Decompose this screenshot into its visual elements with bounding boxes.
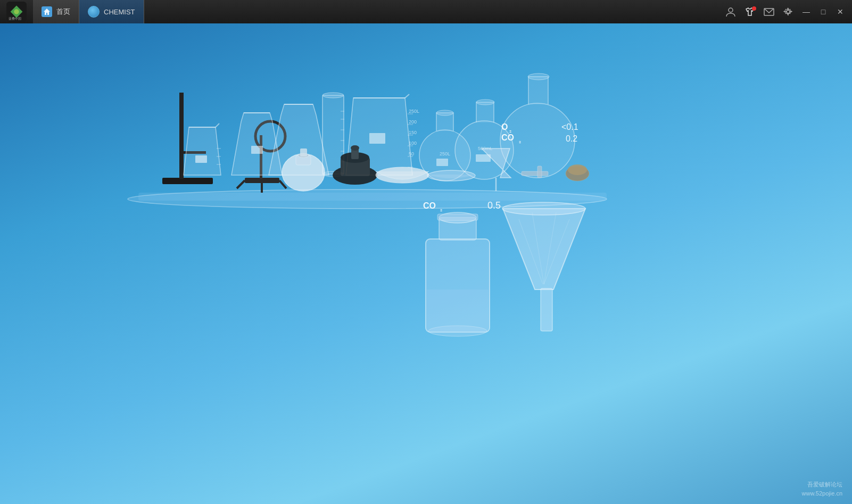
svg-point-6 (729, 8, 733, 12)
value-02-label: 0.2 (566, 134, 577, 143)
restore-button[interactable]: □ (816, 4, 831, 19)
shirt-icon-wrapper (741, 3, 758, 20)
svg-point-30 (322, 93, 344, 98)
main-scene: 250L 200 150 100 50 250L 500mL (0, 23, 852, 504)
home-tab-label: 首页 (56, 7, 70, 16)
o2-label: O (501, 122, 508, 131)
tab-chemist[interactable]: CHEMIST (79, 0, 144, 23)
svg-rect-74 (537, 166, 542, 178)
svg-rect-45 (369, 133, 385, 144)
svg-point-84 (502, 202, 585, 215)
svg-text:200: 200 (409, 119, 417, 125)
svg-point-76 (568, 164, 587, 175)
close-button[interactable]: ✕ (833, 4, 848, 19)
svg-rect-82 (427, 290, 489, 331)
svg-rect-13 (179, 93, 184, 179)
svg-rect-83 (541, 288, 552, 331)
svg-text:250L: 250L (409, 109, 419, 114)
evaporating-dish[interactable] (376, 167, 429, 183)
tab-home[interactable]: 首页 (33, 0, 79, 23)
account-icon[interactable] (722, 3, 739, 20)
co2-shelf-subscript: ₂ (519, 138, 521, 144)
svg-rect-54 (436, 159, 448, 166)
reagent-bottle[interactable] (426, 212, 490, 336)
svg-rect-25 (195, 155, 207, 163)
svg-text:50: 50 (409, 151, 414, 156)
chemist-tab-icon (88, 6, 100, 18)
svg-line-18 (237, 180, 245, 188)
bluestacks-icon: 蓝叠中国 (6, 2, 27, 22)
mail-icon[interactable] (760, 3, 777, 20)
watch-glass[interactable] (427, 170, 475, 181)
co2-below-label: CO (423, 201, 436, 210)
svg-text:100: 100 (409, 141, 417, 146)
svg-rect-11 (138, 193, 607, 201)
svg-point-9 (787, 10, 790, 13)
titlebar-left: 蓝叠中国 首页 CHEMIST (0, 0, 144, 23)
svg-text:150: 150 (409, 130, 417, 135)
svg-point-60 (528, 73, 549, 80)
titlebar-right: — □ ✕ (722, 3, 852, 20)
small-beaker[interactable] (184, 123, 221, 175)
funnel-large[interactable] (502, 202, 585, 331)
value-05-label: 0.5 (487, 200, 501, 211)
svg-rect-27 (251, 146, 263, 154)
svg-marker-5 (44, 9, 50, 15)
titlebar: 蓝叠中国 首页 CHEMIST (0, 0, 852, 23)
home-icon (43, 8, 51, 15)
svg-rect-80 (437, 214, 478, 220)
settings-icon[interactable] (780, 3, 797, 20)
svg-point-56 (476, 100, 494, 105)
svg-point-69 (351, 145, 359, 151)
co2-below-subscript: ₂ (440, 206, 442, 212)
cork-stopper[interactable] (566, 164, 589, 181)
svg-rect-73 (522, 171, 548, 176)
shirt-icon[interactable] (741, 3, 758, 20)
svg-text:250L: 250L (440, 151, 450, 156)
minimize-button[interactable]: — (799, 4, 814, 19)
chemist-tab-label: CHEMIST (104, 8, 135, 16)
home-tab-icon (42, 6, 52, 17)
lab-scene-svg: 250L 200 150 100 50 250L 500mL (0, 23, 852, 504)
lt01-label: <0.1 (561, 122, 578, 131)
svg-point-3 (14, 9, 19, 14)
co2-shelf-label: CO (501, 133, 514, 142)
svg-text:蓝叠中国: 蓝叠中国 (9, 17, 21, 20)
svg-rect-64 (300, 148, 307, 156)
svg-rect-12 (162, 178, 213, 184)
svg-point-52 (436, 110, 453, 115)
bluestacks-logo[interactable]: 蓝叠中国 (0, 0, 33, 23)
notification-dot (752, 6, 756, 11)
